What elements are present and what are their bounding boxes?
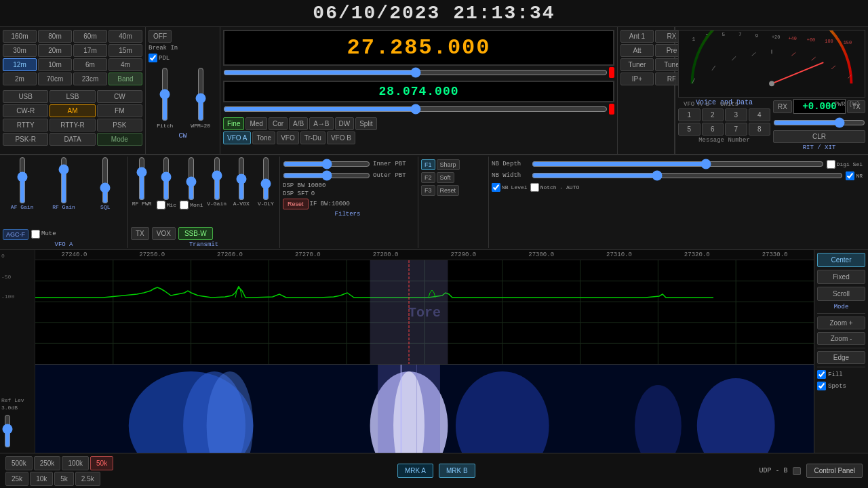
vd-btn-5[interactable]: 5 xyxy=(678,123,701,136)
vd-btn-2[interactable]: 2 xyxy=(702,108,724,121)
band-4m[interactable]: 4m xyxy=(108,58,142,71)
mute-checkbox[interactable] xyxy=(31,230,40,239)
bw-250k[interactable]: 250k xyxy=(34,456,61,470)
nb-depth-slider[interactable] xyxy=(532,159,824,169)
tx-button[interactable]: TX xyxy=(131,227,149,240)
med-button[interactable]: Med xyxy=(245,117,267,130)
soft-button[interactable]: Soft xyxy=(437,172,454,183)
cor-button[interactable]: Cor xyxy=(269,117,288,130)
tone-button[interactable]: Tone xyxy=(252,131,275,144)
pdl-checkbox[interactable] xyxy=(149,54,157,62)
outer-pbt-slider[interactable] xyxy=(283,171,370,180)
moni-checkbox[interactable] xyxy=(157,201,165,209)
mode-cw[interactable]: CW xyxy=(97,90,142,103)
vd-btn-1[interactable]: 1 xyxy=(678,108,701,121)
digi-sel-checkbox[interactable] xyxy=(827,160,835,169)
att-button[interactable]: Att xyxy=(620,44,654,57)
dw-button[interactable]: DW xyxy=(335,117,355,130)
tuner-button[interactable]: Tuner xyxy=(620,58,654,71)
rf-gain-slider[interactable] xyxy=(58,157,70,204)
nr-checkbox[interactable] xyxy=(846,171,854,180)
band-160m[interactable]: 160m xyxy=(3,30,37,43)
mode-psk[interactable]: PSK xyxy=(97,119,142,131)
vdly-slider[interactable] xyxy=(260,157,272,201)
bw-500k[interactable]: 500k xyxy=(5,456,33,470)
nb-width-slider[interactable] xyxy=(532,171,843,180)
f2-button[interactable]: F2 xyxy=(421,172,435,183)
band-20m[interactable]: 20m xyxy=(38,44,72,57)
zoom-minus-button[interactable]: Zoom - xyxy=(817,332,865,345)
comp-checkbox[interactable] xyxy=(180,201,189,209)
control-panel-button[interactable]: Control Panel xyxy=(806,464,863,478)
rit-slider[interactable] xyxy=(773,117,865,128)
mrk-b-button[interactable]: MRK B xyxy=(439,464,475,478)
band-label[interactable]: Band xyxy=(108,73,142,85)
sharp-button[interactable]: Sharp xyxy=(437,159,460,170)
mode-lsb[interactable]: LSB xyxy=(50,90,95,103)
ip-plus-button[interactable]: IP+ xyxy=(620,73,654,85)
sql-slider[interactable] xyxy=(99,157,111,204)
ssb-button[interactable]: SSB-W xyxy=(178,227,213,240)
atob-button[interactable]: A→B xyxy=(309,117,333,130)
band-70cm[interactable]: 70cm xyxy=(38,73,72,85)
notch-checkbox[interactable] xyxy=(530,183,539,192)
wpm-slider[interactable] xyxy=(194,67,208,121)
mode-am[interactable]: AM xyxy=(50,104,95,117)
bw-2-5k[interactable]: 2.5k xyxy=(75,472,100,486)
f3-button[interactable]: F3 xyxy=(421,185,435,196)
mode-label-btn[interactable]: Mode xyxy=(97,133,142,146)
edge-button[interactable]: Edge xyxy=(817,351,865,364)
bw-50k[interactable]: 50k xyxy=(90,456,113,470)
scroll-button[interactable]: Scroll xyxy=(817,287,865,301)
band-17m[interactable]: 17m xyxy=(73,44,107,57)
moni-slider[interactable] xyxy=(185,157,197,201)
vd-btn-7[interactable]: 7 xyxy=(725,123,747,136)
split-button[interactable]: Split xyxy=(355,117,376,130)
off-button[interactable]: OFF xyxy=(149,30,172,43)
trdu-button[interactable]: Tr-Du xyxy=(300,131,326,144)
ref-lev-slider[interactable] xyxy=(1,414,14,448)
fine-button[interactable]: Fine xyxy=(223,117,244,130)
rf-pwr-slider[interactable] xyxy=(136,157,148,201)
band-60m[interactable]: 60m xyxy=(73,30,107,43)
vd-btn-3[interactable]: 3 xyxy=(725,108,747,121)
vfo-a-button[interactable]: VFO A xyxy=(223,131,251,144)
fixed-button[interactable]: Fixed xyxy=(817,270,865,284)
band-40m[interactable]: 40m xyxy=(108,30,142,43)
clr-button[interactable]: CLR xyxy=(773,130,865,143)
band-10m[interactable]: 10m xyxy=(38,58,72,71)
mode-cwr[interactable]: CW-R xyxy=(3,104,48,117)
bw-100k[interactable]: 100k xyxy=(62,456,89,470)
sub-freq-slider[interactable] xyxy=(223,104,608,115)
vgain-slider[interactable] xyxy=(211,157,223,201)
band-2m[interactable]: 2m xyxy=(3,73,37,85)
vox-button[interactable]: VOX xyxy=(152,227,176,240)
inner-pbt-slider[interactable] xyxy=(283,159,370,169)
vd-btn-8[interactable]: 8 xyxy=(749,123,771,136)
f1-button[interactable]: F1 xyxy=(421,159,435,170)
band-6m[interactable]: 6m xyxy=(73,58,107,71)
bw-10k[interactable]: 10k xyxy=(30,472,53,486)
avox-slider[interactable] xyxy=(235,157,248,201)
mode-usb[interactable]: USB xyxy=(3,90,48,103)
fill-checkbox[interactable] xyxy=(817,370,826,379)
main-freq-slider[interactable] xyxy=(223,67,608,78)
mic-slider[interactable] xyxy=(160,157,172,201)
mode-pskr[interactable]: PSK-R xyxy=(3,133,48,146)
band-23cm[interactable]: 23cm xyxy=(73,73,107,85)
band-30m[interactable]: 30m xyxy=(3,44,37,57)
ab-button[interactable]: A/B xyxy=(289,117,308,130)
vd-btn-6[interactable]: 6 xyxy=(702,123,724,136)
zoom-plus-button[interactable]: Zoom + xyxy=(817,317,865,329)
bw-5k[interactable]: 5k xyxy=(54,472,74,486)
vfo-b-button[interactable]: VFO B xyxy=(327,131,355,144)
reset2-button[interactable]: Reset xyxy=(437,185,460,196)
spots-checkbox[interactable] xyxy=(817,382,826,390)
band-12m[interactable]: 12m xyxy=(3,58,37,71)
bw-25k[interactable]: 25k xyxy=(5,472,28,486)
ant1-button[interactable]: Ant 1 xyxy=(620,30,654,43)
band-80m[interactable]: 80m xyxy=(38,30,72,43)
vfo-button[interactable]: VFO xyxy=(277,131,299,144)
af-gain-slider[interactable] xyxy=(16,157,28,204)
mode-fm[interactable]: FM xyxy=(97,104,142,117)
